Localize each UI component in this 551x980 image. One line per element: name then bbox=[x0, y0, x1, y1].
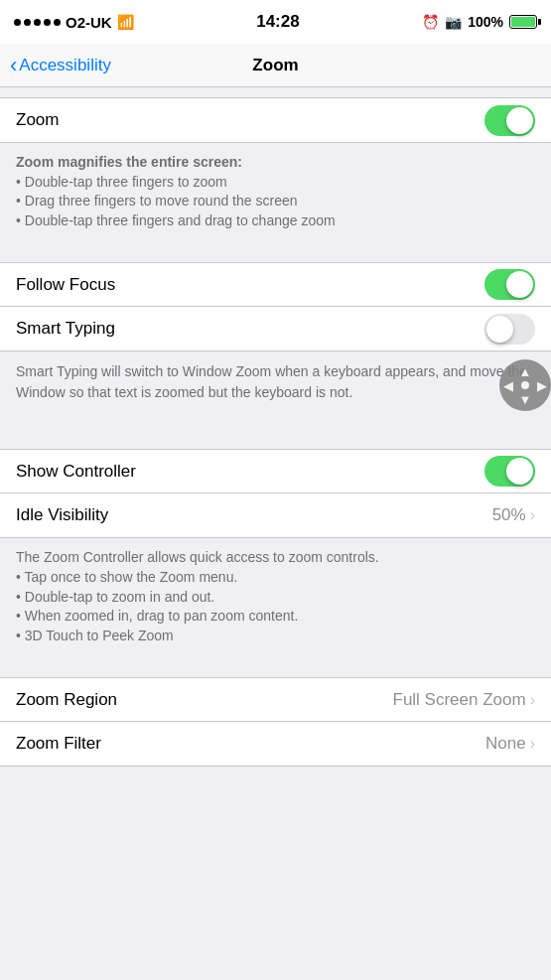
controller-info-line-2: • Tap once to show the Zoom menu. bbox=[16, 569, 237, 585]
zoom-filter-value-container: None › bbox=[485, 734, 535, 754]
zoom-toggle[interactable] bbox=[484, 105, 535, 136]
battery-percent: 100% bbox=[468, 14, 503, 30]
controller-info-line-5: • 3D Touch to Peek Zoom bbox=[16, 628, 174, 643]
zoom-bullet-1: • Double-tap three fingers to zoom bbox=[16, 174, 227, 190]
zoom-region-label: Zoom Region bbox=[16, 690, 117, 710]
battery-icon bbox=[509, 15, 537, 29]
follow-focus-cell: Follow Focus bbox=[0, 263, 551, 307]
idle-visibility-chevron: › bbox=[530, 506, 535, 524]
back-button[interactable]: ‹ Accessibility bbox=[10, 55, 111, 76]
controller-cell-group: Show Controller Idle Visibility 50% › bbox=[0, 449, 551, 538]
smart-typing-cell: Smart Typing bbox=[0, 307, 551, 350]
zoom-filter-cell[interactable]: Zoom Filter None › bbox=[0, 722, 551, 766]
bluetooth-icon: 📷 bbox=[445, 14, 462, 30]
region-cell-group: Zoom Region Full Screen Zoom › Zoom Filt… bbox=[0, 677, 551, 767]
zoom-info: Zoom magnifies the entire screen: • Doub… bbox=[0, 143, 551, 244]
zoom-cell: Zoom bbox=[0, 98, 551, 142]
show-controller-cell: Show Controller bbox=[0, 450, 551, 493]
status-right: ⏰ 📷 100% bbox=[422, 14, 537, 30]
zoom-bullet-3: • Double-tap three fingers and drag to c… bbox=[16, 212, 336, 228]
controller-info-line-1: The Zoom Controller allows quick access … bbox=[16, 549, 379, 565]
zoom-filter-chevron: › bbox=[530, 735, 535, 753]
zoom-region-cell[interactable]: Zoom Region Full Screen Zoom › bbox=[0, 678, 551, 722]
idle-visibility-label: Idle Visibility bbox=[16, 505, 108, 525]
carrier-label: O2-UK bbox=[66, 14, 112, 31]
show-controller-toggle[interactable] bbox=[484, 456, 535, 487]
page-title: Zoom bbox=[252, 56, 298, 75]
show-controller-label: Show Controller bbox=[16, 462, 136, 482]
zoom-toggle-thumb bbox=[506, 107, 533, 134]
back-label: Accessibility bbox=[19, 56, 111, 75]
zoom-section: Zoom bbox=[0, 97, 551, 143]
zoom-region-chevron: › bbox=[530, 691, 535, 709]
controller-info: The Zoom Controller allows quick access … bbox=[0, 538, 551, 659]
smart-typing-info: Smart Typing will switch to Window Zoom … bbox=[0, 351, 551, 431]
follow-focus-toggle[interactable] bbox=[484, 269, 535, 300]
smart-typing-toggle-thumb bbox=[486, 316, 513, 343]
status-time: 14:28 bbox=[256, 12, 299, 32]
zoom-region-value-container: Full Screen Zoom › bbox=[393, 690, 536, 710]
idle-visibility-cell[interactable]: Idle Visibility 50% › bbox=[0, 493, 551, 537]
battery-fill bbox=[511, 17, 535, 27]
wifi-icon: 📶 bbox=[117, 14, 134, 30]
focus-cell-group: Follow Focus Smart Typing bbox=[0, 262, 551, 351]
signal-dots bbox=[14, 19, 61, 26]
status-bar: O2-UK 📶 14:28 ⏰ 📷 100% bbox=[0, 0, 551, 44]
zoom-filter-value: None bbox=[485, 734, 526, 754]
smart-typing-description: Smart Typing will switch to Window Zoom … bbox=[16, 363, 527, 399]
zoom-region-value: Full Screen Zoom bbox=[393, 690, 526, 710]
zoom-controller-button[interactable]: ▲ ◀ ▶ ▼ bbox=[499, 359, 551, 411]
idle-visibility-value: 50% bbox=[492, 505, 526, 525]
zoom-info-heading: Zoom magnifies the entire screen: bbox=[16, 154, 242, 170]
controller-info-line-4: • When zoomed in, drag to pan zoom conte… bbox=[16, 608, 298, 624]
follow-focus-label: Follow Focus bbox=[16, 275, 115, 295]
status-left: O2-UK 📶 bbox=[14, 14, 134, 31]
zoom-label: Zoom bbox=[16, 110, 59, 130]
show-controller-toggle-thumb bbox=[506, 458, 533, 485]
controller-info-line-3: • Double-tap to zoom in and out. bbox=[16, 589, 214, 605]
region-section: Zoom Region Full Screen Zoom › Zoom Filt… bbox=[0, 677, 551, 767]
smart-typing-section: Smart Typing will switch to Window Zoom … bbox=[0, 351, 551, 431]
controller-section: Show Controller Idle Visibility 50% › bbox=[0, 449, 551, 538]
nav-bar: ‹ Accessibility Zoom bbox=[0, 44, 551, 87]
smart-typing-label: Smart Typing bbox=[16, 319, 115, 339]
back-chevron-icon: ‹ bbox=[10, 55, 17, 76]
zoom-filter-label: Zoom Filter bbox=[16, 734, 101, 754]
smart-typing-toggle[interactable] bbox=[484, 314, 535, 345]
focus-section: Follow Focus Smart Typing bbox=[0, 262, 551, 351]
zoom-bullet-2: • Drag three fingers to move round the s… bbox=[16, 193, 298, 209]
zoom-cell-group: Zoom bbox=[0, 97, 551, 143]
alarm-icon: ⏰ bbox=[422, 14, 439, 30]
idle-visibility-value-container: 50% › bbox=[492, 505, 535, 525]
follow-focus-toggle-thumb bbox=[506, 271, 533, 298]
